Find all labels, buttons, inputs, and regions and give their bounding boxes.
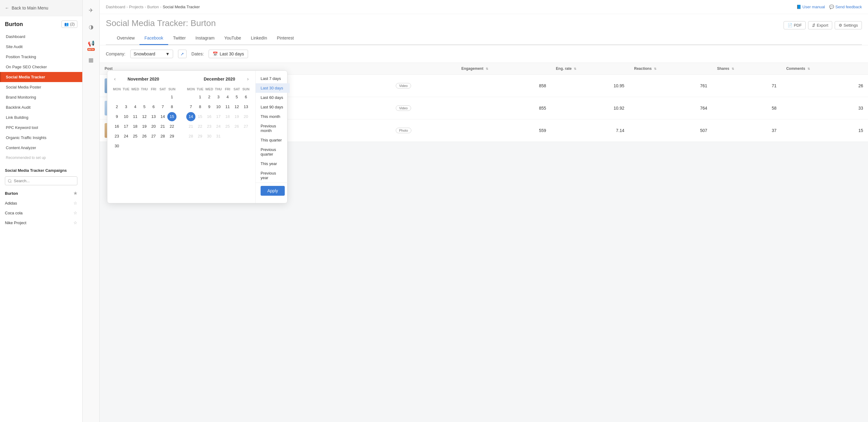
cal-day-nov-21[interactable]: 21 xyxy=(158,122,167,131)
cal-day-dec-22[interactable]: 22 xyxy=(195,122,205,131)
cal-day-nov-12[interactable]: 12 xyxy=(140,112,149,121)
tab-youtube[interactable]: YouTube xyxy=(219,32,246,45)
cal-day-dec-24[interactable]: 24 xyxy=(214,122,223,131)
send-feedback-link[interactable]: 💬 Send feedback xyxy=(829,5,862,9)
sidebar-item-backlink-audit[interactable]: Backlink Audit xyxy=(0,102,82,112)
cal-day-nov-5[interactable]: 5 xyxy=(140,102,149,111)
sidebar-item-on-page-seo[interactable]: On Page SEO Checker xyxy=(0,62,82,72)
campaign-item-coca-cola[interactable]: Coca cola☆ xyxy=(0,208,82,218)
cal-day-nov-27[interactable]: 27 xyxy=(149,132,158,141)
cal-day-nov-2[interactable]: 2 xyxy=(112,102,121,111)
cal-day-dec-23[interactable]: 23 xyxy=(205,122,214,131)
company-select[interactable]: Snowboard ▼ xyxy=(130,50,173,58)
next-month-button[interactable]: › xyxy=(245,76,250,82)
cal-day-nov-22[interactable]: 22 xyxy=(167,122,177,131)
cal-day-nov-19[interactable]: 19 xyxy=(140,122,149,131)
cal-day-nov-29[interactable]: 29 xyxy=(167,132,177,141)
sidebar-item-social-media-poster[interactable]: Social Media Poster xyxy=(0,82,82,92)
cal-day-dec-8[interactable]: 8 xyxy=(195,102,205,111)
campaign-item-adidas[interactable]: Adidas☆ xyxy=(0,198,82,208)
cal-day-dec-11[interactable]: 11 xyxy=(223,102,232,111)
breadcrumb-item-2[interactable]: Burton xyxy=(147,5,159,9)
col-header-6[interactable]: Comments ⇅ xyxy=(781,63,868,75)
col-header-3[interactable]: Eng. rate ⇅ xyxy=(551,63,629,75)
preset-item-last30[interactable]: Last 30 days xyxy=(256,83,290,93)
prev-month-button[interactable]: ‹ xyxy=(112,76,118,82)
cal-day-nov-23[interactable]: 23 xyxy=(112,132,121,141)
cal-day-nov-10[interactable]: 10 xyxy=(121,112,131,121)
settings-button[interactable]: ⚙ Settings xyxy=(835,21,862,29)
tab-instagram[interactable]: Instagram xyxy=(190,32,219,45)
external-link-button[interactable]: ➚ xyxy=(178,50,187,58)
preset-item-last90[interactable]: Last 90 days xyxy=(256,102,290,112)
cal-day-dec-20[interactable]: 20 xyxy=(241,112,250,121)
campaign-item-nike-project[interactable]: Nike Project☆ xyxy=(0,218,82,228)
cal-day-dec-15[interactable]: 15 xyxy=(195,112,205,121)
cal-day-dec-25[interactable]: 25 xyxy=(223,122,232,131)
cal-day-nov-3[interactable]: 3 xyxy=(121,102,131,111)
col-header-4[interactable]: Reactions ⇅ xyxy=(629,63,712,75)
cal-day-dec-19[interactable]: 19 xyxy=(232,112,241,121)
team-button[interactable]: 👥 (2) xyxy=(61,21,78,28)
cal-day-nov-20[interactable]: 20 xyxy=(149,122,158,131)
cal-day-dec-26[interactable]: 26 xyxy=(232,122,241,131)
cal-day-nov-25[interactable]: 25 xyxy=(131,132,140,141)
sidebar-item-site-audit[interactable]: Site Audit xyxy=(0,41,82,52)
cal-day-nov-24[interactable]: 24 xyxy=(121,132,131,141)
tab-overview[interactable]: Overview xyxy=(112,32,140,45)
cal-day-nov-16[interactable]: 16 xyxy=(112,122,121,131)
cal-day-dec-16[interactable]: 16 xyxy=(205,112,214,121)
col-header-5[interactable]: Shares ⇅ xyxy=(712,63,781,75)
back-to-main-menu[interactable]: ← Back to Main Menu xyxy=(0,0,82,16)
cal-day-dec-12[interactable]: 12 xyxy=(232,102,241,111)
cal-day-nov-4[interactable]: 4 xyxy=(131,102,140,111)
cal-day-nov-7[interactable]: 7 xyxy=(158,102,167,111)
campaign-search-input[interactable] xyxy=(5,176,78,185)
campaign-item-burton[interactable]: Burton★ xyxy=(0,188,82,198)
preset-item-prev-month[interactable]: Previous month xyxy=(256,121,290,135)
cal-day-dec-21[interactable]: 21 xyxy=(186,122,195,131)
bar-chart-icon-btn[interactable]: ▦ xyxy=(86,55,97,65)
dates-button[interactable]: 📅 Last 30 days xyxy=(209,50,248,58)
sidebar-item-organic-traffic-insights[interactable]: Organic Traffic Insights xyxy=(0,133,82,143)
cal-day-dec-4[interactable]: 4 xyxy=(223,92,232,102)
breadcrumb-item-0[interactable]: Dashboard xyxy=(106,5,125,9)
cal-day-nov-15[interactable]: 15 xyxy=(167,112,177,121)
cal-day-dec-3[interactable]: 3 xyxy=(214,92,223,102)
cal-day-nov-26[interactable]: 26 xyxy=(140,132,149,141)
cal-day-dec-28[interactable]: 28 xyxy=(186,132,195,141)
megaphone-icon-btn[interactable]: 📢 BETA xyxy=(86,38,97,49)
preset-item-prev-quarter[interactable]: Previous quarter xyxy=(256,145,290,159)
cal-day-dec-13[interactable]: 13 xyxy=(241,102,250,111)
sidebar-item-social-media-tracker[interactable]: Social Media Tracker xyxy=(0,72,82,82)
cal-day-dec-7[interactable]: 7 xyxy=(186,102,195,111)
tab-pinterest[interactable]: Pinterest xyxy=(272,32,299,45)
cal-day-dec-18[interactable]: 18 xyxy=(223,112,232,121)
cal-day-nov-30[interactable]: 30 xyxy=(112,141,121,151)
tab-facebook[interactable]: Facebook xyxy=(140,32,168,45)
sidebar-item-position-tracking[interactable]: Position Tracking xyxy=(0,52,82,62)
cal-day-dec-10[interactable]: 10 xyxy=(214,102,223,111)
preset-item-this-year[interactable]: This year xyxy=(256,159,290,168)
preset-item-this-month[interactable]: This month xyxy=(256,112,290,121)
preset-item-last7[interactable]: Last 7 days xyxy=(256,74,290,83)
cal-day-dec-6[interactable]: 6 xyxy=(241,92,250,102)
cal-day-nov-17[interactable]: 17 xyxy=(121,122,131,131)
cal-day-nov-18[interactable]: 18 xyxy=(131,122,140,131)
cal-day-dec-30[interactable]: 30 xyxy=(205,132,214,141)
sidebar-item-link-building[interactable]: Link Building xyxy=(0,112,82,122)
cal-day-dec-17[interactable]: 17 xyxy=(214,112,223,121)
pdf-button[interactable]: 📄 PDF xyxy=(783,21,806,29)
sidebar-item-content-analyzer[interactable]: Content Analyzer xyxy=(0,143,82,153)
sidebar-item-dashboard[interactable]: Dashboard xyxy=(0,32,82,41)
cal-day-dec-29[interactable]: 29 xyxy=(195,132,205,141)
cal-day-nov-13[interactable]: 13 xyxy=(149,112,158,121)
cal-day-dec-14[interactable]: 14 xyxy=(186,112,195,121)
sidebar-item-ppc-keyword-tool[interactable]: PPC Keyword tool xyxy=(0,122,82,133)
export-button[interactable]: ⇵ Export xyxy=(808,21,832,29)
breadcrumb-item-1[interactable]: Projects xyxy=(129,5,144,9)
tab-twitter[interactable]: Twitter xyxy=(168,32,190,45)
cal-day-dec-9[interactable]: 9 xyxy=(205,102,214,111)
pie-chart-icon-btn[interactable]: ◑ xyxy=(86,22,97,32)
preset-item-last60[interactable]: Last 60 days xyxy=(256,93,290,102)
